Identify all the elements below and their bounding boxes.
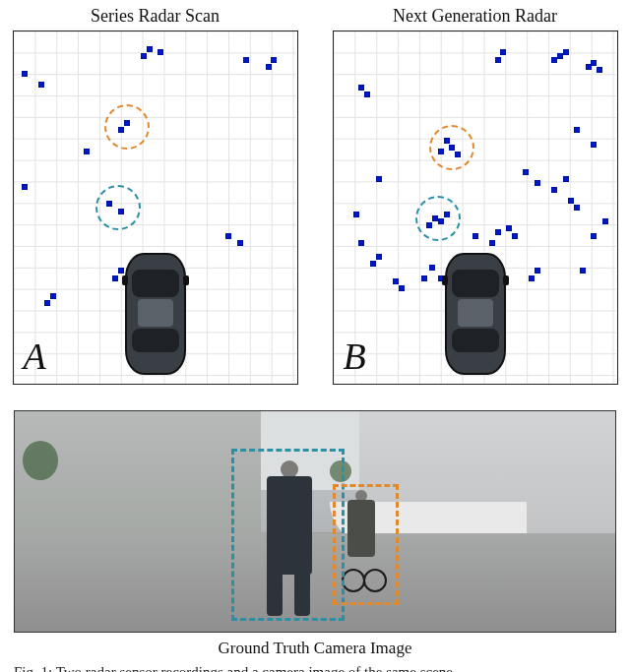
svg-rect-33 [132,329,179,352]
radar-panels-row: Series Radar Scan A [10,6,620,385]
svg-rect-71 [458,299,493,327]
panel-b-radar-scatter: B [333,31,618,385]
detection-box-cyclist [333,484,399,605]
annotation-ring-pedestrian [415,196,461,241]
svg-rect-72 [442,275,448,285]
svg-rect-69 [452,270,499,297]
panel-b-letter: B [344,335,366,378]
panel-b-title: Next Generation Radar [393,6,557,27]
panel-a-radar-scatter: A [13,31,298,385]
camera-caption: Ground Truth Camera Image [219,639,412,658]
svg-rect-35 [122,275,128,285]
figure-container: Series Radar Scan A [0,0,630,672]
camera-block: Ground Truth Camera Image Fig. 1: Two ra… [10,410,620,672]
svg-rect-32 [132,270,179,297]
panel-a-letter: A [24,335,46,378]
figure-caption-line: Fig. 1: Two radar sensor recordings and … [14,664,616,672]
figure-caption-text: Fig. 1: Two radar sensor recordings and … [14,664,453,672]
tree-icon [23,441,58,480]
scene-building-left [15,411,261,544]
ego-vehicle-icon [120,250,191,378]
annotation-ring-cyclist [429,125,474,170]
ego-vehicle-icon [440,250,511,378]
panel-b-column: Next Generation Radar B [330,6,620,385]
camera-image [14,410,616,633]
annotation-ring-cyclist [104,104,150,150]
panel-a-title: Series Radar Scan [91,6,220,27]
svg-rect-70 [452,329,499,352]
panel-a-column: Series Radar Scan A [10,6,300,385]
detection-box-pedestrian [231,449,346,621]
svg-rect-36 [183,275,189,285]
annotation-ring-pedestrian [95,185,141,230]
svg-rect-34 [138,299,173,327]
svg-rect-73 [503,275,509,285]
